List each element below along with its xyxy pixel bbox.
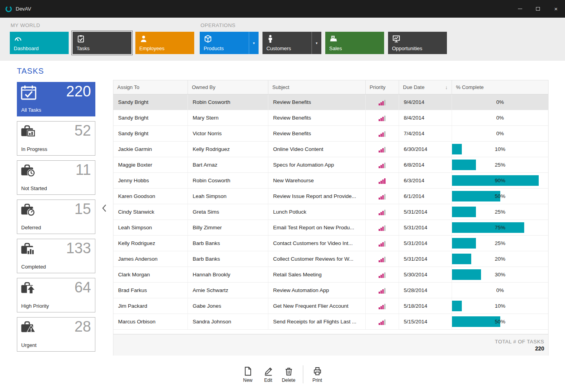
task-row[interactable]: Leah SimpsonBilly ZimmerEmail Test Repor… bbox=[113, 220, 548, 236]
task-row[interactable]: Jim PackardGabe JonesGet New Frequent Fl… bbox=[113, 298, 548, 314]
task-row[interactable]: Kelly RodriguezBarb BanksContact Custome… bbox=[113, 236, 548, 251]
content-area: TASKS 220All Tasks52In Progress11Not Sta… bbox=[0, 61, 565, 357]
task-row[interactable]: Jenny HobbsRobin CosworthNew Warehourse6… bbox=[113, 173, 548, 189]
tile-count: 11 bbox=[76, 162, 91, 178]
delete-button[interactable]: Delete bbox=[279, 366, 299, 383]
ribbon-button-sales[interactable]: Sales bbox=[325, 32, 384, 54]
subject-cell: Get New Frequent Flier Account bbox=[268, 298, 366, 314]
page-title: TASKS bbox=[17, 67, 95, 76]
priority-cell bbox=[366, 204, 399, 220]
column-header-complete[interactable]: % Complete bbox=[452, 80, 548, 94]
subject-cell: Review Benefits bbox=[268, 94, 366, 110]
task-row[interactable]: Karen GoodsonLeah SimpsonReview Issue Re… bbox=[113, 189, 548, 204]
progress-bar bbox=[452, 191, 500, 201]
close-button[interactable]: × bbox=[547, 0, 565, 18]
tasks-grid: Assign ToOwned BySubjectPriorityDue Date… bbox=[113, 80, 549, 356]
maximize-button[interactable] bbox=[529, 0, 547, 18]
task-row[interactable]: Brad FarkusArnie SchwartzReview Automati… bbox=[113, 283, 548, 298]
tile-in-progress[interactable]: 52In Progress bbox=[17, 121, 95, 156]
dropdown-arrow-icon[interactable]: ▾ bbox=[312, 32, 321, 54]
percent-label: 50% bbox=[495, 193, 505, 199]
new-button[interactable]: New bbox=[238, 366, 258, 383]
tile-completed[interactable]: 133Completed bbox=[17, 239, 95, 273]
owned-by-cell: Bart Arnaz bbox=[188, 157, 268, 172]
maximize-icon bbox=[536, 7, 540, 11]
ribbon-button-dashboard[interactable]: Dashboard bbox=[10, 32, 69, 54]
ribbon-button-customers[interactable]: Customers▾ bbox=[262, 32, 321, 54]
subject-cell: Email Test Report on New Produ... bbox=[268, 220, 366, 235]
owned-by-cell: Victor Norris bbox=[188, 126, 268, 141]
task-row[interactable]: Sandy BrightRobin CosworthReview Benefit… bbox=[113, 94, 548, 110]
priority-bars-icon bbox=[378, 240, 386, 247]
ribbon-button-products[interactable]: Products▾ bbox=[200, 32, 259, 54]
percent-label: 10% bbox=[495, 146, 505, 152]
progress-bar bbox=[452, 301, 462, 311]
percent-complete-cell: 30% bbox=[452, 267, 548, 282]
subject-cell: New Warehourse bbox=[268, 173, 366, 188]
tile-count: 15 bbox=[75, 201, 91, 218]
tile-not-started[interactable]: 11Not Started bbox=[17, 160, 95, 195]
partial-task-row[interactable] bbox=[113, 330, 548, 334]
priority-bars-icon bbox=[378, 319, 386, 325]
close-icon: × bbox=[554, 5, 558, 12]
ribbon-group: MY WORLDDashboardTasksEmployees bbox=[10, 22, 194, 54]
assign-to-cell: Maggie Boxter bbox=[113, 157, 188, 172]
priority-bars-icon bbox=[378, 209, 386, 215]
percent-label: 25% bbox=[495, 209, 505, 215]
tile-urgent[interactable]: 28Urgent bbox=[17, 317, 95, 352]
column-header-subject[interactable]: Subject bbox=[268, 80, 366, 94]
percent-complete-cell: 10% bbox=[452, 298, 548, 314]
task-row[interactable]: Marcus OrbisonSandra JohnsonSend Receipt… bbox=[113, 314, 548, 330]
ribbon-button-employees[interactable]: Employees bbox=[135, 32, 194, 54]
priority-bars-icon bbox=[378, 193, 386, 200]
task-row[interactable]: Maggie BoxterBart ArnazSpecs for Automat… bbox=[113, 157, 548, 173]
total-tasks-label: TOTAL # OF TASKS bbox=[495, 339, 544, 345]
tile-count: 28 bbox=[75, 318, 91, 335]
percent-label: 0% bbox=[496, 287, 504, 293]
tile-deferred[interactable]: 15Deferred bbox=[17, 200, 95, 234]
print-printer-icon bbox=[312, 366, 323, 376]
ribbon-button-label: Products bbox=[204, 45, 249, 51]
priority-cell bbox=[366, 267, 399, 282]
minimize-button[interactable] bbox=[511, 0, 529, 18]
column-header-priority[interactable]: Priority bbox=[366, 80, 399, 94]
tile-high-priority[interactable]: 64High Priority bbox=[17, 278, 95, 312]
subject-cell: Collect Customer Reviews for W... bbox=[268, 251, 366, 267]
edit-button[interactable]: Edit bbox=[258, 366, 279, 383]
percent-complete-cell: 20% bbox=[452, 251, 548, 267]
tile-label: Completed bbox=[21, 264, 46, 270]
tile-all-tasks[interactable]: 220All Tasks bbox=[17, 82, 95, 116]
dropdown-arrow-icon[interactable]: ▾ bbox=[249, 32, 259, 54]
tile-count: 133 bbox=[66, 240, 91, 257]
subject-cell: Review Automation App bbox=[268, 283, 366, 298]
grid-header: Assign ToOwned BySubjectPriorityDue Date… bbox=[113, 80, 548, 94]
percent-label: 50% bbox=[495, 319, 505, 325]
bottom-toolbar: NewEditDeletePrint bbox=[0, 357, 565, 392]
task-row[interactable]: Clark MorganHannah BrooklyRetail Sales M… bbox=[113, 267, 548, 283]
due-date-cell: 6/8/2014 bbox=[399, 157, 452, 172]
column-header-owned_by[interactable]: Owned By bbox=[188, 80, 268, 94]
column-header-assign_to[interactable]: Assign To bbox=[113, 80, 188, 94]
percent-label: 90% bbox=[495, 178, 505, 183]
task-row[interactable]: Sandy BrightMary SternReview Benefits8/4… bbox=[113, 110, 548, 126]
assign-to-cell: Marcus Orbison bbox=[113, 314, 188, 329]
toolbar-button-label: Edit bbox=[264, 377, 272, 383]
ribbon-button-opportunities[interactable]: Opportunities bbox=[388, 32, 447, 54]
task-row[interactable]: Cindy StanwickGreta SimsLunch Potluck5/3… bbox=[113, 204, 548, 220]
owned-by-cell: Robin Cosworth bbox=[188, 173, 268, 188]
task-row[interactable]: James AndersonBarb BanksCollect Customer… bbox=[113, 251, 548, 267]
task-row[interactable]: Sandy BrightVictor NorrisReview Benefits… bbox=[113, 126, 548, 142]
ribbon-button-label: Opportunities bbox=[392, 45, 447, 51]
task-row[interactable]: Jackie GarminKelly RodriguezOnline Video… bbox=[113, 142, 548, 157]
print-button[interactable]: Print bbox=[307, 366, 328, 383]
percent-label: 10% bbox=[495, 303, 505, 309]
ribbon-button-tasks[interactable]: Tasks bbox=[73, 32, 131, 54]
priority-bars-icon bbox=[378, 256, 386, 262]
app-window: DevAV × MY WORLDDashboardTasksEmployeesO… bbox=[0, 0, 565, 392]
case-clock-icon bbox=[20, 163, 36, 178]
column-header-due_date[interactable]: Due Date↓ bbox=[399, 80, 452, 94]
collapse-sidebar-button[interactable] bbox=[95, 61, 113, 357]
column-header-label: Due Date bbox=[403, 84, 425, 90]
tile-label: Urgent bbox=[21, 342, 36, 348]
percent-label: 0% bbox=[496, 115, 504, 121]
